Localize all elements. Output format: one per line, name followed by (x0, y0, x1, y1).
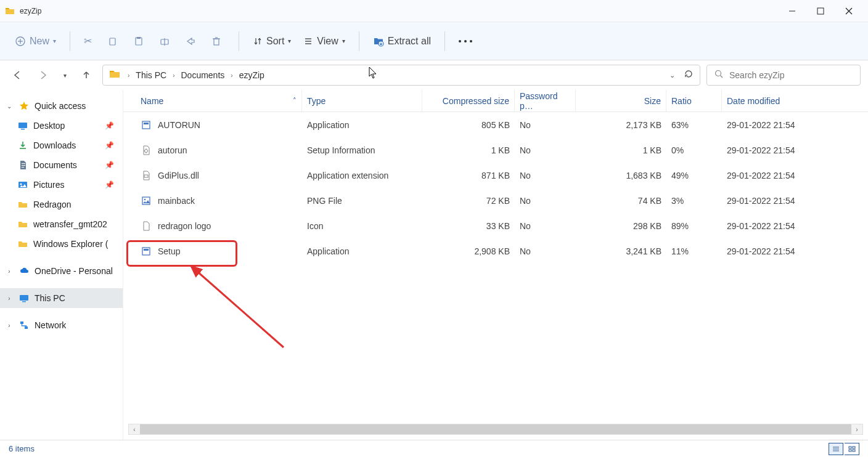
file-ratio: 3% (666, 196, 722, 206)
file-name: Setup (158, 246, 181, 256)
sidebar-item-desktop[interactable]: Desktop 📌 (0, 116, 123, 135)
file-icon (141, 246, 152, 257)
table-row[interactable]: redragon logoIcon33 KBNo298 KB89%29-01-2… (123, 213, 868, 238)
details-view-button[interactable] (829, 443, 843, 455)
file-icon (141, 145, 152, 156)
file-name: redragon logo (158, 221, 211, 231)
file-icon (141, 220, 152, 232)
column-header-ratio[interactable]: Ratio (666, 90, 722, 111)
forward-button[interactable] (33, 65, 53, 85)
sidebar-item-this-pc[interactable]: › This PC (0, 288, 123, 308)
view-button-label: View (317, 36, 338, 47)
breadcrumb-this-pc[interactable]: This PC (133, 70, 169, 80)
trash-icon (211, 36, 221, 46)
file-ratio: 49% (666, 171, 722, 180)
share-icon (186, 36, 195, 46)
breadcrumb-ezyzip[interactable]: ezyZip (237, 70, 267, 80)
file-icon (141, 195, 152, 206)
table-row[interactable]: autorunSetup Information1 KBNo1 KB0%29-0… (123, 137, 868, 163)
sidebar-item-label: Quick access (35, 101, 86, 111)
recent-dropdown-button[interactable]: ▾ (59, 65, 70, 85)
sidebar-item-network[interactable]: › Network (0, 315, 123, 335)
delete-button[interactable] (205, 29, 231, 54)
column-label: Ratio (671, 96, 692, 106)
share-button[interactable] (179, 29, 205, 54)
search-box[interactable] (706, 65, 861, 86)
sidebar-item-wetransfer[interactable]: wetransfer_gmt202 (0, 214, 123, 234)
scroll-thumb[interactable] (140, 424, 851, 434)
chevron-down-icon: ⌄ (5, 103, 14, 110)
maximize-button[interactable] (806, 1, 835, 21)
sidebar-item-label: This PC (35, 293, 65, 303)
chevron-right-icon: › (5, 295, 14, 302)
new-button-label: New (30, 36, 49, 47)
sidebar-item-quick-access[interactable]: ⌄ Quick access (0, 96, 123, 116)
search-input[interactable] (729, 70, 853, 80)
column-header-csize[interactable]: Compressed size (422, 90, 515, 111)
chevron-right-icon: › (231, 72, 232, 79)
sidebar-item-pictures[interactable]: Pictures 📌 (0, 175, 123, 195)
horizontal-scrollbar[interactable]: ‹ › (128, 424, 863, 435)
svg-rect-7 (110, 38, 115, 45)
cut-button[interactable]: ✂ (78, 29, 102, 54)
window-title: ezyZip (20, 7, 41, 15)
chevron-right-icon: › (5, 322, 14, 329)
sidebar-item-redragon[interactable]: Redragon (0, 195, 123, 214)
file-icon (141, 170, 152, 181)
address-bar[interactable]: › This PC › Documents › ezyZip ⌄ (102, 65, 700, 86)
sidebar-item-explorer[interactable]: Windows Explorer ( (0, 234, 123, 254)
sort-button[interactable]: Sort ▾ (247, 29, 297, 54)
sidebar-item-downloads[interactable]: Downloads 📌 (0, 135, 123, 155)
sidebar-item-documents[interactable]: Documents 📌 (0, 155, 123, 175)
rename-button[interactable] (154, 29, 179, 54)
column-header-date[interactable]: Date modified (722, 90, 833, 111)
breadcrumb-documents[interactable]: Documents (178, 70, 227, 80)
view-button[interactable]: View ▾ (297, 29, 351, 54)
svg-rect-22 (21, 129, 25, 130)
svg-rect-30 (22, 301, 26, 302)
icons-view-button[interactable] (845, 443, 859, 455)
pictures-icon (17, 179, 28, 190)
body: ⌄ Quick access Desktop 📌 Downloads 📌 Doc… (0, 90, 868, 440)
file-icon (141, 119, 152, 131)
sidebar-item-onedrive[interactable]: › OneDrive - Personal (0, 261, 123, 281)
extract-all-label: Extract all (388, 36, 431, 47)
file-rows: AUTORUNApplication805 KBNo2,173 KB63%29-… (123, 112, 868, 264)
more-button[interactable] (452, 29, 478, 54)
table-row[interactable]: SetupApplication2,908 KBNo3,241 KB11%29-… (123, 238, 868, 264)
refresh-button[interactable] (684, 69, 694, 81)
column-header-name[interactable]: Name ˄ (136, 90, 302, 111)
column-label: Date modified (727, 96, 780, 106)
column-label: Name (141, 96, 163, 106)
svg-rect-24 (22, 163, 25, 164)
new-button[interactable]: New ▾ (9, 29, 62, 54)
table-row[interactable]: mainbackPNG File72 KBNo74 KB3%29-01-2022… (123, 188, 868, 213)
download-icon (17, 140, 28, 151)
file-date: 29-01-2022 21:54 (722, 120, 833, 130)
file-date: 29-01-2022 21:54 (722, 145, 833, 155)
scroll-right-icon[interactable]: › (851, 426, 862, 433)
column-header-type[interactable]: Type (302, 90, 422, 111)
file-pwd: No (515, 221, 576, 231)
chevron-down-icon[interactable]: ⌄ (669, 71, 675, 79)
back-button[interactable] (7, 65, 27, 85)
close-button[interactable] (835, 1, 863, 21)
paste-button[interactable] (128, 29, 154, 54)
extract-all-button[interactable]: Extract all (367, 29, 437, 54)
svg-rect-31 (20, 322, 23, 324)
chevron-right-icon: › (128, 72, 129, 79)
file-type: Icon (302, 221, 422, 231)
table-row[interactable]: AUTORUNApplication805 KBNo2,173 KB63%29-… (123, 112, 868, 137)
table-row[interactable]: GdiPlus.dllApplication extension871 KBNo… (123, 163, 868, 188)
minimize-button[interactable] (778, 1, 806, 21)
sort-asc-icon: ˄ (293, 97, 297, 105)
column-header-pwd[interactable]: Password p… (515, 90, 576, 111)
column-header-size[interactable]: Size (576, 90, 666, 111)
plus-circle-icon (15, 36, 26, 47)
file-date: 29-01-2022 21:54 (722, 196, 833, 206)
scroll-left-icon[interactable]: ‹ (129, 426, 140, 433)
separator (239, 31, 239, 51)
svg-rect-29 (20, 295, 28, 301)
copy-button[interactable] (102, 29, 128, 54)
up-button[interactable] (76, 65, 96, 85)
